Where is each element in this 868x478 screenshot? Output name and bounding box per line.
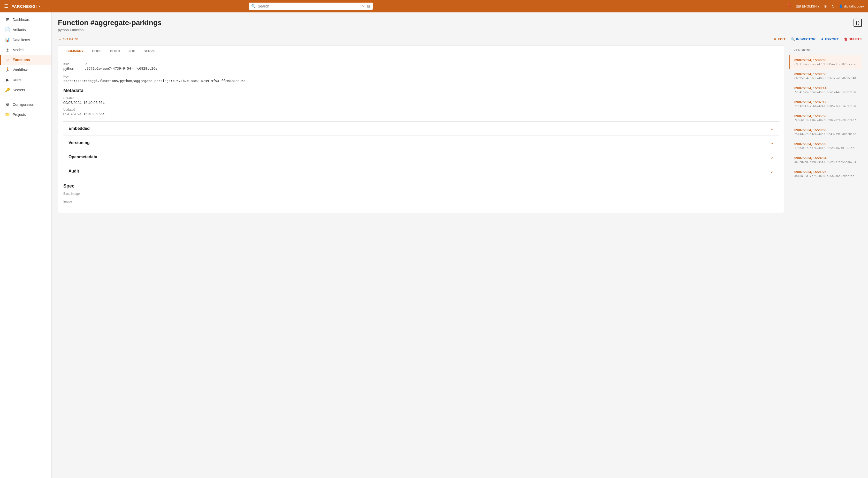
version-date: 09/07/2024, 15:37:12 — [794, 100, 858, 104]
inspector-button[interactable]: 🔍 INSPECTOR — [791, 37, 816, 41]
kind-id-row: Kind python Id c9371b2e-aae7-4739-9f54-f… — [63, 62, 779, 70]
version-hash: eb995954-67ee-48ce-9067-5a19d660ce48 — [794, 77, 858, 80]
embedded-title: Embedded — [68, 126, 90, 131]
sidebar-item-projects[interactable]: 📁 Projects — [0, 110, 52, 119]
key-value: store://parcheggi/functions/python/aggre… — [63, 79, 779, 83]
sidebar-label-data-items: Data items — [13, 38, 30, 42]
language-label: ENGLISH — [802, 4, 816, 8]
search-filter-icon[interactable]: ⊟ — [367, 4, 370, 8]
sidebar-divider — [0, 97, 52, 97]
go-back-label: GO BACK — [63, 37, 78, 41]
versions-list: 09/07/2024, 15:40:05 c9371b2e-aae7-4739-… — [789, 55, 862, 181]
openmetadata-section[interactable]: Openmetadata ⌄ — [63, 150, 779, 164]
sidebar-item-functions[interactable]: ○ Functions — [0, 55, 52, 65]
tab-build[interactable]: BUILD — [106, 46, 124, 57]
page-title: Function #aggregate-parkings — [58, 19, 161, 27]
sidebar-item-data-items[interactable]: 📊 Data items — [0, 35, 52, 45]
version-date: 09/07/2024, 15:38:14 — [794, 86, 858, 90]
version-item[interactable]: 09/07/2024, 15:24:34 d65c82a8-ed9c-45f3-… — [789, 153, 862, 167]
image-label: Image — [63, 200, 779, 203]
sidebar-item-configuration[interactable]: ⚙ Configuration — [0, 99, 52, 110]
id-field: Id c9371b2e-aae7-4739-9f54-ffc6828cc26e — [85, 62, 157, 70]
search-bar[interactable]: 🔍 ✕ ⊟ — [249, 3, 373, 10]
openmetadata-title: Openmetadata — [68, 155, 97, 159]
version-date: 09/07/2024, 15:35:59 — [794, 114, 858, 118]
version-item[interactable]: 09/07/2024, 15:38:14 72341675-cead-450c-… — [789, 83, 862, 97]
projects-icon: 📁 — [5, 112, 10, 117]
expand-button[interactable]: { } — [854, 19, 862, 27]
sidebar-label-projects: Projects — [13, 113, 26, 117]
id-value: c9371b2e-aae7-4739-9f54-ffc6828cc26e — [85, 66, 157, 70]
versions-header: VERSIONS — [789, 45, 862, 55]
audit-chevron-icon: ⌄ — [770, 169, 774, 174]
updated-field: Updated 09/07/2024, 15:40:05,564 — [63, 108, 779, 116]
menu-icon[interactable]: ☰ — [4, 3, 8, 9]
version-item[interactable]: 09/07/2024, 15:21:25 da18a15d-7c75-4b60-… — [789, 167, 862, 181]
delete-icon: 🗑 — [844, 37, 847, 41]
brand[interactable]: PARCHEGGI ▾ — [11, 4, 40, 8]
version-item[interactable]: 09/07/2024, 15:35:59 7e66be31-11b7-4022-… — [789, 111, 862, 125]
kind-value: python — [63, 66, 74, 70]
language-chevron-icon: ▾ — [817, 4, 819, 8]
sidebar-label-functions: Functions — [13, 58, 30, 62]
user-menu[interactable]: 👤 digitalhubdev — [839, 4, 864, 8]
versions-panel: VERSIONS 09/07/2024, 15:40:05 c9371b2e-a… — [789, 45, 862, 213]
export-button[interactable]: ⬇ EXPORT — [821, 37, 839, 41]
sidebar-item-dashboard[interactable]: ⊞ Dashboard — [0, 14, 52, 25]
version-item[interactable]: 09/07/2024, 15:40:05 c9371b2e-aae7-4739-… — [789, 55, 862, 69]
username: digitalhubdev — [844, 4, 864, 8]
language-selector[interactable]: ⌨ ENGLISH ▾ — [796, 4, 819, 8]
audit-section[interactable]: Audit ⌄ — [63, 164, 779, 178]
data-items-icon: 📊 — [5, 37, 10, 42]
sidebar-item-secrets[interactable]: 🔑 Secrets — [0, 85, 52, 95]
version-hash: c9371b2e-aae7-4739-9f54-ffc6828cc26e — [794, 63, 858, 66]
runs-icon: ▶ — [5, 77, 10, 82]
sidebar-item-models[interactable]: ◎ Models — [0, 45, 52, 55]
id-label: Id — [85, 62, 157, 66]
version-date: 09/07/2024, 15:29:55 — [794, 128, 858, 132]
version-item[interactable]: 09/07/2024, 15:29:55 c514d72f-c4c4-44e7-… — [789, 125, 862, 139]
summary-content: Kind python Id c9371b2e-aae7-4739-9f54-f… — [58, 57, 784, 213]
embedded-section[interactable]: Embedded ⌄ — [63, 121, 779, 136]
updated-label: Updated — [63, 108, 779, 112]
key-field: Key store://parcheggi/functions/python/a… — [63, 75, 779, 83]
content-area: SUMMARY CODE BUILD JOB SERVE Kind python — [58, 45, 862, 213]
version-date: 09/07/2024, 15:25:00 — [794, 142, 858, 146]
version-item[interactable]: 09/07/2024, 15:38:56 eb995954-67ee-48ce-… — [789, 69, 862, 83]
search-input[interactable] — [258, 4, 360, 8]
go-back-button[interactable]: ← GO BACK — [58, 37, 78, 41]
version-item[interactable]: 09/07/2024, 15:37:12 1f61c841-76bb-424d-… — [789, 97, 862, 111]
delete-button[interactable]: 🗑 DELETE — [844, 37, 862, 41]
main-content: Function #aggregate-parkings python Func… — [52, 12, 868, 478]
refresh-button[interactable]: ↻ — [831, 4, 835, 9]
version-date: 09/07/2024, 15:24:34 — [794, 156, 858, 160]
version-hash: 7e66be31-11b7-4022-9b0e-8fb2c05e74a7 — [794, 118, 858, 122]
user-icon: 👤 — [839, 4, 843, 8]
toolbar-actions: ✏ EDIT 🔍 INSPECTOR ⬇ EXPORT 🗑 DELETE — [774, 37, 862, 41]
edit-label: EDIT — [778, 37, 785, 41]
tab-summary[interactable]: SUMMARY — [62, 46, 88, 57]
sidebar-item-runs[interactable]: ▶ Runs — [0, 75, 52, 85]
search-clear-icon[interactable]: ✕ — [362, 4, 365, 8]
help-button[interactable]: ❓ — [786, 4, 792, 9]
secrets-icon: 🔑 — [5, 87, 10, 92]
edit-button[interactable]: ✏ EDIT — [774, 37, 785, 41]
versioning-section[interactable]: Versioning ⌄ — [63, 136, 779, 150]
functions-icon: ○ — [5, 57, 10, 62]
version-item[interactable]: 09/07/2024, 15:25:00 178b4437-b776-4442-… — [789, 139, 862, 153]
brand-chevron-icon: ▾ — [38, 5, 40, 8]
version-hash: d65c82a8-ed9c-45f3-90ef-f7db55daa764 — [794, 160, 858, 164]
artifacts-icon: 📄 — [5, 27, 10, 32]
sidebar-label-configuration: Configuration — [13, 102, 34, 107]
theme-toggle[interactable]: ☀ — [824, 4, 827, 9]
sidebar-item-workflows[interactable]: 🏃 Workflows — [0, 65, 52, 75]
sidebar-label-models: Models — [13, 48, 24, 52]
sidebar-item-artifacts[interactable]: 📄 Artifacts — [0, 25, 52, 35]
tab-serve[interactable]: SERVE — [140, 46, 159, 57]
version-hash: 1f61c841-76bb-424d-8005-3ec014591e5b — [794, 104, 858, 108]
inspector-label: INSPECTOR — [796, 37, 816, 41]
tab-code[interactable]: CODE — [88, 46, 106, 57]
brand-name: PARCHEGGI — [11, 4, 37, 8]
tab-job[interactable]: JOB — [124, 46, 140, 57]
version-date: 09/07/2024, 15:38:56 — [794, 72, 858, 76]
